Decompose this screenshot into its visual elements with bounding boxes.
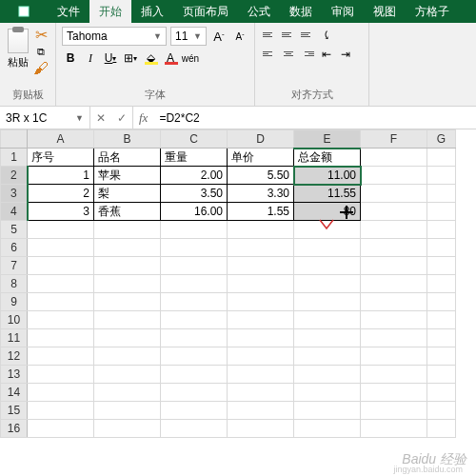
cut-button[interactable]: ✂ [32, 27, 50, 42]
copy-button[interactable]: ⧉ [32, 44, 50, 59]
cell[interactable]: 11.00 [294, 167, 361, 185]
row-header[interactable]: 11 [1, 329, 28, 347]
cell[interactable] [294, 347, 361, 366]
fx-label[interactable]: fx [133, 107, 153, 129]
cell[interactable] [427, 347, 456, 366]
cell[interactable] [28, 311, 94, 329]
cell[interactable]: 3.30 [228, 185, 294, 203]
paste-button[interactable]: 粘贴 [6, 27, 30, 76]
cell[interactable]: 80 [294, 203, 361, 221]
tab-view[interactable]: 视图 [364, 0, 406, 23]
cell[interactable]: 5.50 [228, 167, 294, 185]
cell[interactable] [427, 329, 456, 347]
cell[interactable]: 16.00 [161, 203, 228, 221]
cell[interactable] [28, 257, 94, 275]
cell[interactable] [94, 311, 161, 329]
cell[interactable] [427, 311, 456, 329]
cell[interactable] [28, 221, 94, 239]
cell[interactable] [228, 384, 294, 402]
row-header[interactable]: 3 [1, 185, 28, 203]
cell[interactable] [361, 347, 427, 366]
name-box[interactable]: 3R x 1C▼ [0, 107, 90, 129]
cell[interactable] [427, 239, 456, 257]
row-header[interactable]: 14 [1, 384, 28, 402]
indent-increase-button[interactable]: ⇥ [337, 46, 354, 63]
cell[interactable]: 1.55 [228, 203, 294, 221]
cell[interactable] [94, 347, 161, 366]
row-header[interactable]: 9 [1, 293, 28, 311]
cell[interactable] [228, 366, 294, 384]
row-header[interactable]: 8 [1, 275, 28, 293]
cell[interactable] [28, 384, 94, 402]
cell[interactable] [161, 239, 228, 257]
cell[interactable] [427, 203, 456, 221]
save-icon[interactable] [18, 6, 30, 17]
select-all-corner[interactable] [1, 130, 28, 149]
cell[interactable] [361, 257, 427, 275]
tab-file[interactable]: 文件 [48, 0, 89, 23]
cell[interactable] [361, 275, 427, 293]
col-header[interactable]: B [94, 130, 161, 149]
grow-font-button[interactable]: Aˆ [210, 28, 228, 45]
cell[interactable] [361, 311, 427, 329]
col-header[interactable]: F [361, 130, 427, 149]
col-header[interactable]: C [161, 130, 228, 149]
row-header[interactable]: 4 [1, 203, 28, 221]
cell[interactable] [294, 402, 361, 420]
shrink-font-button[interactable]: Aˇ [231, 28, 248, 45]
cell[interactable] [28, 275, 94, 293]
cell[interactable] [228, 257, 294, 275]
cell[interactable] [427, 275, 456, 293]
cell[interactable] [28, 329, 94, 347]
align-top-button[interactable] [261, 27, 278, 42]
cell[interactable] [228, 221, 294, 239]
cell[interactable] [361, 203, 427, 221]
cell[interactable]: 3.50 [161, 185, 228, 203]
cell[interactable]: 苹果 [94, 167, 161, 185]
orientation-button[interactable]: ⤹ [318, 27, 335, 44]
cell[interactable] [94, 420, 161, 438]
cell[interactable] [28, 347, 94, 366]
cell[interactable] [228, 239, 294, 257]
cell[interactable] [427, 293, 456, 311]
cell[interactable] [427, 366, 456, 384]
cell[interactable] [228, 293, 294, 311]
cell[interactable] [361, 239, 427, 257]
row-header[interactable]: 12 [1, 347, 28, 366]
cell[interactable]: 品名 [94, 149, 161, 167]
cell[interactable] [294, 366, 361, 384]
cell[interactable] [361, 366, 427, 384]
cell[interactable] [228, 275, 294, 293]
col-header[interactable]: D [228, 130, 294, 149]
cell[interactable] [28, 366, 94, 384]
align-middle-button[interactable] [280, 27, 297, 42]
cell[interactable] [427, 149, 456, 167]
worksheet[interactable]: A B C D E F G 1 序号 品名 重量 单价 总金额 2 1 苹果 2… [0, 129, 456, 438]
cell[interactable] [94, 384, 161, 402]
bold-button[interactable]: B [62, 50, 79, 67]
font-name-combo[interactable]: Tahoma▼ [62, 27, 167, 46]
cell[interactable] [361, 167, 427, 185]
cell[interactable] [28, 420, 94, 438]
indent-decrease-button[interactable]: ⇤ [318, 46, 335, 63]
cell[interactable] [161, 420, 228, 438]
cell[interactable]: 11.55 [294, 185, 361, 203]
cell[interactable] [161, 402, 228, 420]
cell[interactable] [94, 239, 161, 257]
row-header[interactable]: 13 [1, 366, 28, 384]
align-left-button[interactable] [261, 46, 278, 61]
italic-button[interactable]: I [82, 50, 99, 67]
cell[interactable] [427, 257, 456, 275]
cell[interactable] [94, 329, 161, 347]
tab-insert[interactable]: 插入 [131, 0, 173, 23]
cell[interactable] [294, 275, 361, 293]
cell[interactable] [228, 347, 294, 366]
cell[interactable] [294, 329, 361, 347]
cell[interactable] [228, 311, 294, 329]
align-bottom-button[interactable] [299, 27, 316, 42]
cell[interactable]: 2.00 [161, 167, 228, 185]
border-button[interactable]: ⊞▾ [122, 50, 139, 67]
cell[interactable] [161, 293, 228, 311]
cell[interactable] [294, 420, 361, 438]
cell[interactable] [228, 402, 294, 420]
